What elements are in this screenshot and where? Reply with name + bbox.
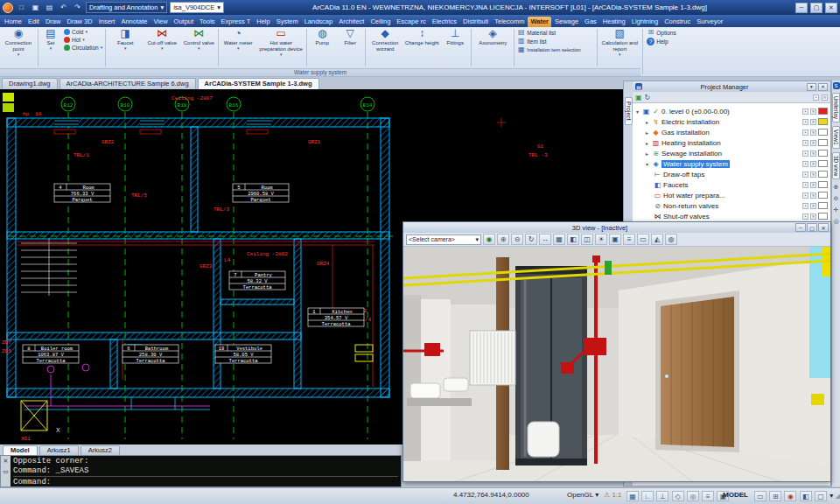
lock-icon[interactable]: • [802,108,808,115]
otrack-icon[interactable]: ◎ [687,491,699,501]
ribbon-tab[interactable]: Construc [662,17,693,27]
printer-icon[interactable]: ≡ [810,182,816,188]
chevron-right-icon[interactable]: ▸ [644,119,650,125]
minimize-icon[interactable]: ─ [795,223,806,232]
camera-select[interactable]: <Select camera> ▾ [406,234,481,245]
tree-row-non-return-valves[interactable]: ⊘ Non-return valves • ≡ [634,200,830,211]
tree-row-heating[interactable]: ▸ ▥ Heating installation • ≡ [634,137,830,148]
lock-icon[interactable]: • [802,161,808,167]
ribbon-tab[interactable]: Express T [219,17,254,27]
orbit-icon[interactable]: ↻ [525,234,537,245]
ribbon-tab[interactable]: Escape rc [394,17,428,27]
chevron-right-icon[interactable]: ▸ [644,150,650,157]
cut-off-valve-button[interactable]: ⋈ Cut-off valve ▾ [144,27,180,68]
pen-color-swatch[interactable] [818,108,828,115]
lock-column-icon[interactable]: • [813,94,819,101]
3d-scene[interactable] [403,247,830,481]
tree-row-electric[interactable]: ▸ ↯ Electric installation • ≡ [634,116,830,127]
filter-button[interactable]: ▽ Filter [336,27,364,68]
snap-icon[interactable]: ▦ [626,491,639,501]
grid-icon[interactable]: ▦ [553,234,565,245]
printer-icon[interactable]: ≡ [810,150,816,157]
ribbon-tab[interactable]: Ceiling [368,17,393,27]
tab-model[interactable]: Model [3,445,38,455]
record-icon[interactable]: ◉ [784,491,796,501]
tab-arkusz2[interactable]: Arkusz2 [80,445,120,455]
ribbon-tab[interactable]: Gas [582,17,599,27]
pen-color-swatch[interactable] [818,150,828,157]
pen-color-swatch[interactable] [818,192,828,199]
ribbon-tab[interactable]: Edit [25,17,42,27]
sun-icon[interactable]: ☀ [595,234,607,245]
pump-button[interactable]: ◍ Pump [308,27,336,68]
chevron-right-icon[interactable]: ▸ [644,140,650,146]
document-tab[interactable]: Drawing1.dwg [2,78,58,89]
save-icon[interactable]: ▣ [30,3,41,13]
minimize-button[interactable]: ─ [795,3,808,13]
pan-icon[interactable]: ✛ [834,206,839,214]
hot-toggle[interactable]: Hot ▾ [64,37,102,43]
isometry-icon[interactable]: ◭ [651,234,663,245]
tree-row-level[interactable]: ▾ ▣ ✓ 0. level 0 (±0.00-0.00) • ≡ [634,106,830,116]
ribbon-tab[interactable]: Annotate [118,17,150,27]
tree-row-draw-off-taps[interactable]: ⊢ Draw-off taps • ≡ [634,169,830,179]
printer-icon[interactable]: ≡ [810,140,816,146]
ribbon-tab[interactable]: Insert [96,17,118,27]
ribbon-tab[interactable]: Distributi [460,17,491,27]
background-icon[interactable]: ▭ [637,234,649,245]
lock-icon[interactable]: • [802,119,808,125]
chevron-down-icon[interactable]: ▾ [644,161,650,167]
app-logo-icon[interactable] [3,3,13,13]
ribbon-tab[interactable]: Draw 3D [64,17,94,27]
set-button[interactable]: ▤ Set ▾ [39,27,62,68]
pen-color-swatch[interactable] [818,160,828,167]
zoom-in-icon[interactable]: ⊕ [834,183,839,191]
undo-icon[interactable]: ↶ [58,3,69,13]
ribbon-tab[interactable]: Help [254,17,272,27]
ribbon-tab[interactable]: Heating [600,17,628,27]
pen-color-swatch[interactable] [818,129,828,136]
printer-icon[interactable]: ≡ [810,203,816,209]
add-element-icon[interactable]: ▣ [635,94,642,102]
lock-icon[interactable]: • [802,203,808,209]
pen-color-swatch[interactable] [818,202,828,209]
ribbon-tab[interactable]: Architect [336,17,367,27]
workspace-combo[interactable]: Drafting and Annotation ▾ [86,2,167,13]
tree-row-shut-off-valves[interactable]: ⋈ Shut-off valves • ≡ [634,211,830,221]
connection-point-button[interactable]: ◉ Connection point ▾ [0,27,37,68]
tools-icon[interactable]: ▭ [3,468,9,475]
document-tab[interactable]: ArCADia-ARCHITECTURE Sample 6.dwg [60,78,196,89]
item-list-button[interactable]: ▥ Item list [517,38,594,45]
lock-icon[interactable]: • [802,130,808,136]
fittings-button[interactable]: ⊥ Fittings [440,27,470,68]
new-file-icon[interactable]: □ [16,3,27,13]
redo-icon[interactable]: ↷ [72,3,83,13]
settings-icon[interactable]: ◍ [665,234,677,245]
tab-underlay[interactable]: Underlay [832,93,840,122]
print-icon[interactable]: ▤ [44,3,55,13]
ribbon-tab[interactable]: Landscap [302,17,336,27]
change-height-button[interactable]: ↕ Change height [403,27,440,68]
close-icon[interactable]: ✕ [818,83,828,91]
maximize-icon[interactable]: ▢ [807,223,817,232]
pen-color-swatch[interactable] [818,139,828,146]
ribbon-tab[interactable]: Home [2,17,24,27]
close-button[interactable]: ✕ [825,3,837,13]
lock-icon[interactable]: • [802,172,808,178]
pen-color-swatch[interactable] [818,118,828,125]
tab-arkusz1[interactable]: Arkusz1 [39,445,79,455]
section-icon[interactable]: ◫ [581,234,593,245]
isolate-icon[interactable]: ◧ [800,491,812,501]
cold-toggle[interactable]: Cold ▾ [64,29,102,35]
command-text[interactable]: Opposite corner: Command: _SAVEAS Comman… [10,456,401,486]
pin-icon[interactable]: ▾ [807,83,816,91]
tree-row-faucets[interactable]: ◧ Faucets • ≡ [634,179,830,190]
tree-row-hot-water[interactable]: ▭ Hot water prepara... • ≡ [634,190,830,200]
control-valve-button[interactable]: ⋈ Control valve ▾ [180,27,217,68]
extents-icon[interactable]: ◎ [833,217,838,225]
workspace-switch-icon[interactable]: ⊞ [769,491,781,501]
material-list-button[interactable]: ▤ Material list [517,29,594,36]
installation-item-selection-button[interactable]: ▦ Installation item selection [517,46,594,53]
arcadia-dock-icon[interactable]: S [833,82,840,89]
zoom-out-icon[interactable]: ⊖ [834,194,839,202]
